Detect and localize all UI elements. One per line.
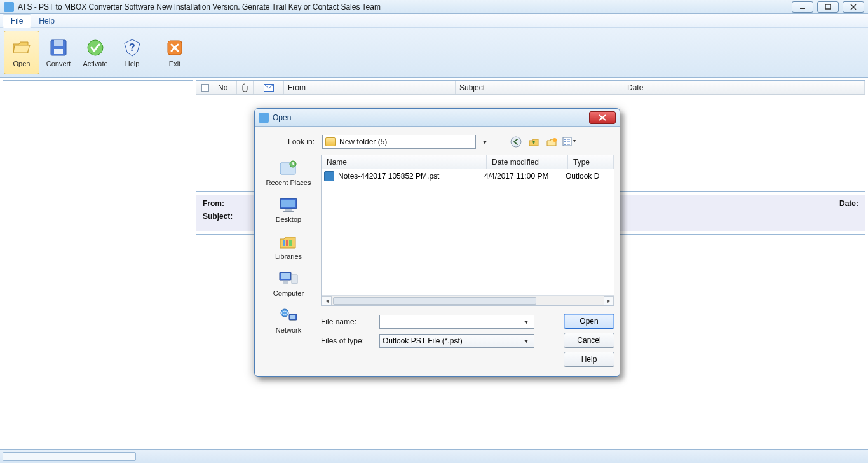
meta-from-label: From: xyxy=(203,199,224,208)
toolbar: Open Convert Activate ? Help Exit xyxy=(0,28,868,78)
dialog-titlebar[interactable]: Open xyxy=(255,109,620,127)
view-icon xyxy=(562,136,576,148)
place-desktop[interactable]: Desktop xyxy=(259,191,318,228)
file-list[interactable]: Name Date modified Type Notes-442017 105… xyxy=(321,155,614,306)
dialog-app-icon xyxy=(259,113,269,123)
toolbar-help-label: Help xyxy=(125,60,140,67)
lookin-label: Look in: xyxy=(255,137,318,146)
place-network[interactable]: Network xyxy=(259,302,318,339)
chevron-down-icon[interactable]: ▾ xyxy=(521,317,531,326)
menu-help[interactable]: Help xyxy=(31,15,62,27)
column-from[interactable]: From xyxy=(284,81,456,94)
column-subject[interactable]: Subject xyxy=(456,81,623,94)
dialog-open-button[interactable]: Open xyxy=(564,314,614,329)
file-type: Outlook D xyxy=(566,172,611,181)
help-shield-icon: ? xyxy=(122,38,142,58)
mail-grid-header: No From Subject Date xyxy=(196,81,865,95)
tree-pane[interactable] xyxy=(3,80,193,445)
svg-rect-28 xyxy=(281,200,295,207)
lookin-value: New folder (5) xyxy=(339,137,473,146)
column-envelope[interactable] xyxy=(254,81,284,94)
svg-rect-40 xyxy=(290,315,295,319)
place-recent[interactable]: Recent Places xyxy=(259,155,318,191)
floppy-icon xyxy=(48,38,69,58)
svg-rect-30 xyxy=(283,211,294,212)
lookin-combo[interactable]: New folder (5) xyxy=(322,135,476,149)
toolbar-convert-label: Convert xyxy=(46,60,71,67)
menubar: File Help xyxy=(0,14,868,28)
toolbar-exit-button[interactable]: Exit xyxy=(157,31,193,74)
svg-point-7 xyxy=(88,40,103,55)
filetype-value: Outlook PST File (*.pst) xyxy=(383,336,521,345)
folder-up-icon xyxy=(528,136,539,148)
libraries-icon xyxy=(277,232,300,251)
recent-places-icon xyxy=(277,158,300,177)
dialog-close-button[interactable] xyxy=(589,111,616,124)
svg-rect-12 xyxy=(201,84,208,91)
toolbar-exit-label: Exit xyxy=(169,60,180,67)
filetype-select[interactable]: Outlook PST File (*.pst) ▾ xyxy=(379,334,534,348)
file-modified: 4/4/2017 11:00 PM xyxy=(484,172,566,181)
column-attachment[interactable] xyxy=(237,81,254,94)
place-recent-label: Recent Places xyxy=(266,179,311,186)
minimize-button[interactable] xyxy=(792,1,813,13)
open-dialog: Open Look in: New folder (5) ▾ xyxy=(254,108,620,377)
column-date[interactable]: Date xyxy=(623,81,865,94)
toolbar-convert-button[interactable]: Convert xyxy=(41,31,76,74)
chevron-down-icon[interactable]: ▾ xyxy=(521,336,531,345)
close-icon xyxy=(850,4,857,10)
column-no[interactable]: No xyxy=(214,81,237,94)
svg-rect-33 xyxy=(289,240,292,246)
place-computer[interactable]: Computer xyxy=(259,265,318,302)
minimize-icon xyxy=(799,4,806,10)
new-folder-button[interactable] xyxy=(545,135,559,149)
col-modified[interactable]: Date modified xyxy=(487,155,568,169)
scroll-thumb[interactable] xyxy=(333,297,536,305)
folder-open-icon xyxy=(11,38,32,58)
toolbar-group-main: Open Convert Activate ? Help xyxy=(4,31,154,74)
view-menu-button[interactable] xyxy=(562,135,576,149)
scroll-track[interactable] xyxy=(332,296,604,305)
dialog-help-button[interactable]: Help xyxy=(564,352,614,367)
place-desktop-label: Desktop xyxy=(276,216,301,223)
toolbar-help-button[interactable]: ? Help xyxy=(114,31,150,74)
svg-point-38 xyxy=(281,309,288,317)
up-one-level-button[interactable] xyxy=(527,135,541,149)
dialog-body: Look in: New folder (5) ▾ xyxy=(255,127,620,376)
menu-file[interactable]: File xyxy=(3,14,31,28)
scroll-right-icon[interactable]: ▸ xyxy=(604,296,614,305)
svg-point-19 xyxy=(564,139,566,140)
place-libraries-label: Libraries xyxy=(275,252,302,260)
place-libraries[interactable]: Libraries xyxy=(259,228,318,265)
file-list-hscroll[interactable]: ◂ ▸ xyxy=(322,295,614,305)
progress-bar xyxy=(3,452,136,461)
nav-back-button[interactable] xyxy=(509,135,523,149)
close-button[interactable] xyxy=(843,1,864,13)
toolbar-open-button[interactable]: Open xyxy=(4,31,39,74)
col-type[interactable]: Type xyxy=(568,155,614,169)
exit-icon xyxy=(165,38,185,58)
chevron-down-icon[interactable]: ▾ xyxy=(480,137,490,146)
place-network-label: Network xyxy=(276,326,301,334)
maximize-button[interactable] xyxy=(817,1,839,13)
dialog-cancel-button[interactable]: Cancel xyxy=(564,333,614,348)
file-row[interactable]: Notes-442017 105852 PM.pst 4/4/2017 11:0… xyxy=(322,169,614,183)
meta-date-label: Date: xyxy=(839,199,858,208)
svg-rect-31 xyxy=(283,240,285,246)
statusbar xyxy=(0,449,868,463)
col-name[interactable]: Name xyxy=(322,155,487,169)
folder-new-icon xyxy=(546,136,557,148)
filename-label: File name: xyxy=(321,317,373,326)
svg-rect-6 xyxy=(54,49,63,54)
network-icon xyxy=(277,306,300,325)
svg-point-16 xyxy=(511,137,521,147)
svg-rect-35 xyxy=(281,273,290,279)
toolbar-activate-button[interactable]: Activate xyxy=(78,31,113,74)
svg-rect-29 xyxy=(285,209,292,211)
app-icon xyxy=(4,2,14,12)
svg-text:?: ? xyxy=(129,42,135,53)
filename-input[interactable]: ▾ xyxy=(379,315,534,329)
column-checkbox[interactable] xyxy=(196,81,214,94)
svg-rect-37 xyxy=(283,281,288,284)
scroll-left-icon[interactable]: ◂ xyxy=(322,296,332,305)
